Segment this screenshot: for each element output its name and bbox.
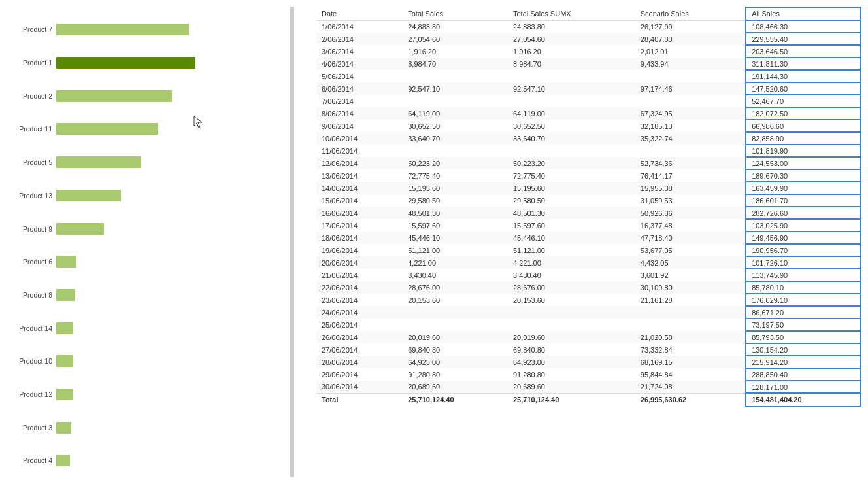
bar-row: Product 7 xyxy=(7,20,275,39)
table-row: 10/06/201433,640.7033,640.7035,322.7482,… xyxy=(316,132,861,145)
table-cell: 147,520.60 xyxy=(746,82,861,95)
table-cell: 66,986.60 xyxy=(746,120,861,132)
bar-fill xyxy=(56,57,195,69)
table-cell: 50,926.36 xyxy=(635,207,746,219)
table-cell: 92,547.10 xyxy=(508,82,635,95)
table-cell: 25/06/2014 xyxy=(316,319,403,331)
bar-row: Product 1 xyxy=(7,54,275,72)
table-cell: 4,221.00 xyxy=(508,256,635,269)
table-cell: 20,019.60 xyxy=(403,331,508,343)
bar-row: Product 10 xyxy=(7,352,275,370)
table-cell xyxy=(635,95,746,107)
bar-label: Product 2 xyxy=(7,92,52,100)
table-cell: 20,153.60 xyxy=(508,294,635,306)
table-cell: 72,775.40 xyxy=(403,169,508,182)
table-cell: 32,185.13 xyxy=(635,120,746,132)
bar-label: Product 8 xyxy=(7,291,52,299)
table-cell: 67,324.95 xyxy=(635,107,746,120)
table-cell: 82,858.90 xyxy=(746,132,861,145)
table-cell: 1/06/2014 xyxy=(316,20,403,33)
table-cell: 14/06/2014 xyxy=(316,182,403,194)
table-cell: 5/06/2014 xyxy=(316,70,403,82)
col-header-total-sales: Total Sales xyxy=(403,7,508,20)
table-cell: 18/06/2014 xyxy=(316,232,403,244)
table-cell: 30,652.50 xyxy=(508,120,635,132)
bar-label: Product 9 xyxy=(7,225,52,233)
bar-track xyxy=(56,455,275,466)
table-cell: 103,025.90 xyxy=(746,219,861,232)
bar-track xyxy=(56,223,275,235)
bar-row: Product 3 xyxy=(7,419,275,437)
table-cell: 15,597.60 xyxy=(403,219,508,232)
table-cell: 45,446.10 xyxy=(508,232,635,244)
table-footer-cell: 25,710,124.40 xyxy=(508,393,635,406)
table-cell xyxy=(635,145,746,157)
table-cell: 124,553.00 xyxy=(746,157,861,169)
table-cell: 30,109.80 xyxy=(635,281,746,294)
table-row: 24/06/201486,671.20 xyxy=(316,306,861,319)
table-row: 9/06/201430,652.5030,652.5032,185.1366,9… xyxy=(316,120,861,132)
table-row: 8/06/201464,119.0064,119.0067,324.95182,… xyxy=(316,107,861,120)
table-cell: 16/06/2014 xyxy=(316,207,403,219)
bar-track xyxy=(56,57,275,69)
table-cell: 15/06/2014 xyxy=(316,194,403,207)
table-cell: 10/06/2014 xyxy=(316,132,403,145)
table-cell: 130,154.20 xyxy=(746,343,861,356)
table-cell: 22/06/2014 xyxy=(316,281,403,294)
table-cell: 9,433.94 xyxy=(635,58,746,70)
table-cell: 73,197.50 xyxy=(746,319,861,331)
table-cell: 30/06/2014 xyxy=(316,381,403,393)
table-cell: 48,501.30 xyxy=(403,207,508,219)
table-cell: 47,718.40 xyxy=(635,232,746,244)
table-cell: 186,601.70 xyxy=(746,194,861,207)
table-cell: 30,652.50 xyxy=(403,120,508,132)
bar-fill xyxy=(56,190,121,201)
table-cell: 91,280.80 xyxy=(508,368,635,381)
table-row: 11/06/2014101,819.90 xyxy=(316,145,861,157)
table-cell xyxy=(508,306,635,319)
table-row: 26/06/201420,019.6020,019.6021,020.5885,… xyxy=(316,331,861,343)
bar-track xyxy=(56,389,275,400)
table-cell: 20,689.60 xyxy=(508,381,635,393)
table-cell: 3,601.92 xyxy=(635,269,746,281)
bar-track xyxy=(56,190,275,201)
table-cell: 149,456.90 xyxy=(746,232,861,244)
table-cell: 20/06/2014 xyxy=(316,256,403,269)
table-row: 16/06/201448,501.3048,501.3050,926.36282… xyxy=(316,207,861,219)
bar-row: Product 14 xyxy=(7,319,275,337)
bar-row: Product 13 xyxy=(7,186,275,205)
table-cell: 6/06/2014 xyxy=(316,82,403,95)
table-footer-cell: 25,710,124.40 xyxy=(403,393,508,406)
table-cell: 8/06/2014 xyxy=(316,107,403,120)
table-cell: 8,984.70 xyxy=(403,58,508,70)
table-row: 17/06/201415,597.6015,597.6016,377.48103… xyxy=(316,219,861,232)
table-row: 5/06/2014191,144.30 xyxy=(316,70,861,82)
table-footer-cell: 26,995,630.62 xyxy=(635,393,746,406)
table-cell: 2,012.01 xyxy=(635,45,746,58)
table-cell: 4,221.00 xyxy=(403,256,508,269)
table-cell xyxy=(403,70,508,82)
table-row: 28/06/201464,923.0064,923.0068,169.15215… xyxy=(316,356,861,368)
col-header-all-sales: All Sales xyxy=(746,7,861,20)
table-cell: 189,670.30 xyxy=(746,169,861,182)
table-row: 7/06/201452,467.70 xyxy=(316,95,861,107)
table-cell: 52,734.36 xyxy=(635,157,746,169)
bar-row: Product 2 xyxy=(7,87,275,105)
bar-fill xyxy=(56,355,73,367)
table-row: 22/06/201428,676.0028,676.0030,109.8085,… xyxy=(316,281,861,294)
bar-chart-panel: Product 7Product 1Product 2Product 11Pro… xyxy=(7,7,281,477)
chart-area: Product 7Product 1Product 2Product 11Pro… xyxy=(7,13,281,477)
table-cell: 29,580.50 xyxy=(403,194,508,207)
bar-label: Product 5 xyxy=(7,158,52,166)
table-row: 2/06/201427,054.6027,054.6028,407.33229,… xyxy=(316,33,861,45)
table-row: 1/06/201424,883.8024,883.8026,127.99108,… xyxy=(316,20,861,33)
table-cell: 27,054.60 xyxy=(403,33,508,45)
bar-track xyxy=(56,24,275,35)
table-row: 20/06/20144,221.004,221.004,432.05101,72… xyxy=(316,256,861,269)
table-cell: 73,332.84 xyxy=(635,343,746,356)
table-row: 3/06/20141,916.201,916.202,012.01203,646… xyxy=(316,45,861,58)
bar-label: Product 1 xyxy=(7,59,52,67)
table-cell: 24,883.80 xyxy=(403,20,508,33)
table-row: 12/06/201450,223.2050,223.2052,734.36124… xyxy=(316,157,861,169)
bar-track xyxy=(56,322,275,334)
